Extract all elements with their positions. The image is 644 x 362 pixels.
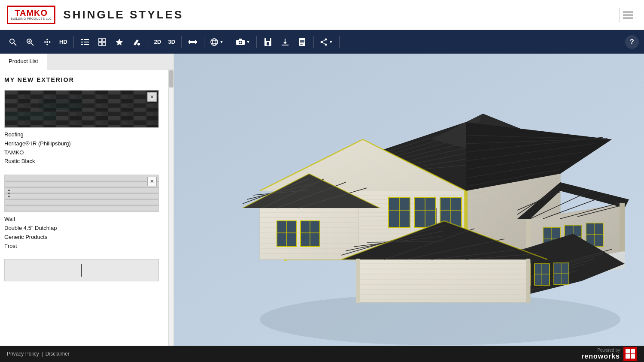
renoworks-icon [623,347,637,361]
hamburger-line-1 [623,12,633,12]
svg-rect-25 [192,41,193,43]
product-type-wall: Wall [4,215,169,224]
separator-4 [204,36,204,48]
logo[interactable]: TAMKO BUILDING PRODUCTS LLC [7,6,55,24]
partial-indicator [81,264,82,277]
svg-marker-213 [358,259,530,302]
product-name-roofing: Heritage® IR (Phillipsburg) [4,139,169,148]
svg-rect-20 [103,42,106,45]
svg-rect-239 [631,354,635,359]
separator-1 [73,36,74,48]
svg-marker-9 [49,41,51,43]
product-card-roofing: ✕ Roofing Heritage® IR (Phillipsburg) TA… [4,90,169,166]
view-2d-button[interactable]: 2D [152,39,164,45]
tab-bar: Product List [0,54,173,69]
svg-point-46 [325,38,327,40]
product-info-wall: Wall Double 4.5" Dutchlap Generic Produc… [4,215,169,250]
svg-rect-17 [99,39,102,42]
renoworks-logo-text: renoworks [581,353,620,360]
svg-line-50 [322,42,325,44]
hd-button[interactable]: HD [57,39,70,45]
product-image-partial[interactable] [4,259,159,281]
app-title: SHINGLE STYLES [63,8,183,21]
svg-point-22 [137,43,140,45]
svg-rect-11 [81,39,83,40]
svg-rect-40 [282,45,289,45]
toolbar: HD 2D 3D ▼ ▼ ▼ ? [0,30,644,54]
svg-point-33 [239,41,241,43]
separator-6 [256,36,257,48]
svg-marker-21 [116,39,123,45]
tab-product-list[interactable]: Product List [0,54,47,69]
svg-rect-194 [620,203,625,252]
disclaimer-link[interactable]: Disclaimer [46,351,70,357]
help-button[interactable]: ? [625,35,639,49]
privacy-policy-link[interactable]: Privacy Policy [7,351,39,357]
svg-rect-37 [267,42,269,45]
svg-rect-24 [189,40,190,44]
footer-links: Privacy Policy | Disclaimer [7,351,70,357]
3d-viewport[interactable] [174,54,644,346]
remove-wall-button[interactable]: ✕ [147,177,157,186]
hamburger-line-2 [623,15,633,15]
move-button[interactable] [39,34,55,50]
document-button[interactable] [295,34,310,50]
product-type-roofing: Roofing [4,130,169,139]
list-button[interactable] [77,34,93,50]
camera-arrow: ▼ [246,39,250,44]
main-content: Product List MY NEW EXTERIOR [0,54,644,346]
product-card-partial [4,259,169,281]
handle-dot-3 [8,196,10,197]
product-color-roofing: Rustic Black [4,157,169,166]
svg-line-3 [31,43,33,45]
camera-dropdown[interactable]: ▼ [234,39,253,45]
svg-point-28 [213,39,216,45]
svg-point-27 [211,39,218,45]
scroll-thumb [169,70,173,87]
sidebar: Product List MY NEW EXTERIOR [0,54,174,346]
product-image-roofing[interactable]: ✕ [4,90,159,128]
svg-line-1 [14,43,16,45]
paint-button[interactable] [129,34,144,50]
product-card-wall: ✕ Wall Double 4.5" Dutchlap Generic Prod… [4,175,169,250]
svg-rect-59 [39,99,82,110]
svg-rect-18 [103,39,106,42]
hamburger-menu[interactable] [619,8,637,22]
svg-rect-16 [84,44,89,45]
svg-point-10 [46,41,48,43]
separator-8 [339,36,340,48]
svg-marker-39 [283,42,287,44]
separator-5 [230,36,230,48]
measure-button[interactable] [185,34,200,50]
download-button[interactable] [277,34,293,50]
language-arrow: ▼ [219,39,224,44]
save-button[interactable] [260,34,276,50]
share-arrow: ▼ [329,39,333,44]
svg-rect-36 [266,38,270,41]
handle-dot-1 [8,190,10,191]
separator-3 [181,36,182,48]
svg-marker-6 [46,39,49,40]
separator-2 [148,36,148,48]
logo-subtitle: BUILDING PRODUCTS LLC [11,17,52,21]
product-image-wall[interactable]: ✕ [4,175,159,212]
search-button[interactable] [5,34,21,50]
sidebar-scrollbar[interactable] [168,69,173,346]
language-dropdown[interactable]: ▼ [208,38,226,46]
svg-rect-26 [195,40,196,44]
svg-rect-236 [626,349,630,353]
favorite-button[interactable] [112,34,127,50]
view-3d-button[interactable]: 3D [165,39,178,45]
powered-by-section: Powered by renoworks [581,347,637,361]
logo-tamko: TAMKO [15,9,48,17]
svg-line-49 [322,40,325,42]
compare-button[interactable] [94,34,110,50]
footer: Privacy Policy | Disclaimer Powered by r… [0,346,644,362]
svg-rect-237 [631,349,635,353]
house-3d-view [174,54,644,346]
svg-rect-19 [99,42,102,45]
remove-roofing-button[interactable]: ✕ [147,92,157,102]
zoom-in-button[interactable] [22,34,38,50]
product-name-wall: Double 4.5" Dutchlap [4,224,169,233]
share-dropdown[interactable]: ▼ [317,38,336,46]
